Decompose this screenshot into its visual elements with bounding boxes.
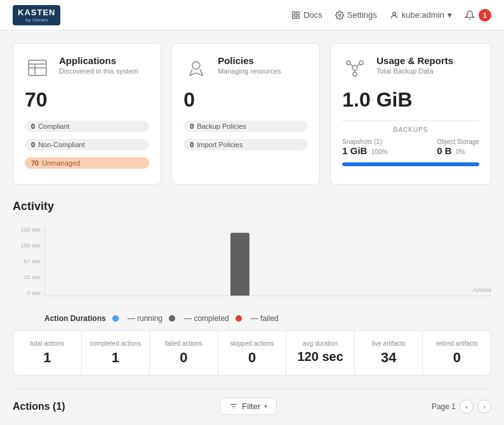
- stat-value-2: 0: [156, 350, 211, 366]
- backup-policies-tag[interactable]: 0 Backup Policies: [183, 121, 308, 132]
- applications-number: 70: [25, 88, 149, 112]
- stat-item-4: avg duration120 sec: [286, 331, 355, 375]
- policies-tags: 0 Backup Policies 0 Import Policies: [183, 121, 308, 154]
- chart-x-label: Actions: [472, 287, 491, 293]
- bell-icon: [465, 10, 475, 20]
- unmanaged-tag[interactable]: 70 Unmanaged: [25, 157, 149, 169]
- snapshots-pct: 100%: [371, 148, 388, 155]
- import-policies-tag[interactable]: 0 Import Policies: [183, 139, 308, 150]
- svg-rect-1: [296, 11, 299, 14]
- policies-card-header: Policies Managing resources: [183, 55, 308, 81]
- chart-bar-9: [230, 233, 249, 296]
- compliant-count: 0: [31, 122, 35, 130]
- stat-item-1: completed actions1: [82, 331, 150, 375]
- svg-line-16: [357, 64, 359, 67]
- logo-name: KASTEN: [18, 8, 55, 17]
- y-label-1: 0 sec: [13, 290, 41, 296]
- stats-row: total actions1completed actions1failed a…: [13, 330, 491, 376]
- activity-title: Activity: [13, 200, 491, 213]
- settings-link[interactable]: Settings: [335, 10, 377, 20]
- y-label-2: 33 sec: [13, 274, 41, 280]
- non-compliant-tag[interactable]: 0 Non-Compliant: [25, 139, 149, 150]
- actions-footer: Actions (1) Filter ▾ Page 1 ‹ ›: [13, 388, 491, 415]
- stat-label-0: total actions: [20, 340, 75, 347]
- user-label: kube:admin: [402, 10, 444, 20]
- docs-icon: [291, 11, 300, 20]
- import-policies-label: Import Policies: [197, 141, 242, 148]
- failed-dot: [235, 315, 242, 322]
- y-label-4: 100 sec: [13, 242, 41, 249]
- applications-card: Applications Discovered in this system 7…: [13, 43, 161, 185]
- svg-point-12: [347, 61, 350, 65]
- running-dot: [112, 315, 119, 322]
- y-label-3: 67 sec: [13, 258, 41, 265]
- usage-subtitle: Total Backup Data: [376, 67, 453, 75]
- usage-icon: [342, 55, 368, 81]
- stat-value-5: 34: [361, 350, 416, 366]
- chevron-down-icon: ▾: [448, 10, 452, 20]
- filter-icon: [229, 402, 238, 411]
- non-compliant-label: Non-Compliant: [38, 141, 84, 148]
- object-value: 0 B: [437, 145, 451, 156]
- stat-item-0: total actions1: [13, 331, 82, 375]
- svg-point-13: [359, 61, 363, 65]
- svg-rect-2: [293, 16, 295, 18]
- usage-title: Usage & Reports: [376, 55, 453, 66]
- storage-progress-bar: [342, 162, 479, 166]
- non-compliant-count: 0: [31, 141, 35, 148]
- applications-subtitle: Discovered in this system: [59, 67, 138, 75]
- divider: [342, 121, 479, 121]
- stat-value-6: 0: [429, 350, 484, 366]
- filter-button[interactable]: Filter ▾: [220, 398, 277, 415]
- page-label: Page 1: [432, 402, 456, 411]
- object-storage-item: Object Storage 0 B 0%: [437, 138, 479, 156]
- settings-icon: [335, 11, 344, 20]
- applications-tags: 0 Compliant 0 Non-Compliant 70 Unmanaged: [25, 121, 149, 173]
- applications-card-header: Applications Discovered in this system: [25, 55, 149, 81]
- object-label: Object Storage: [437, 138, 479, 145]
- stat-label-2: failed actions: [156, 340, 211, 347]
- user-icon: [390, 11, 399, 20]
- stat-value-0: 1: [20, 350, 75, 366]
- compliant-tag[interactable]: 0 Compliant: [25, 121, 149, 132]
- docs-label: Docs: [303, 10, 322, 20]
- snapshots-item: Snapshots (1) 1 GiB 100%: [342, 138, 387, 156]
- next-page-button[interactable]: ›: [477, 400, 491, 414]
- unmanaged-count: 70: [31, 159, 39, 167]
- user-menu[interactable]: kube:admin ▾: [390, 10, 452, 20]
- snapshots-label: Snapshots (1): [342, 138, 387, 145]
- storage-progress-fill: [342, 162, 479, 166]
- compliant-label: Compliant: [38, 122, 70, 130]
- settings-label: Settings: [347, 10, 377, 20]
- filter-label: Filter: [242, 402, 260, 411]
- logo[interactable]: KASTEN by Veeam: [13, 5, 60, 25]
- stat-item-3: skipped actions0: [218, 331, 287, 375]
- backup-policies-label: Backup Policies: [197, 122, 246, 130]
- header-nav: Docs Settings kube:admin ▾ 1: [291, 9, 491, 22]
- activity-section: Activity 133 sec 100 sec 67 sec 33 sec 0…: [13, 200, 491, 376]
- stat-item-2: failed actions0: [150, 331, 218, 375]
- notification-area[interactable]: 1: [465, 9, 491, 22]
- prev-page-button[interactable]: ‹: [460, 400, 474, 414]
- usage-card: Usage & Reports Total Backup Data 1.0 Gi…: [330, 43, 491, 185]
- svg-line-15: [350, 64, 353, 67]
- snapshots-value: 1 GiB: [342, 145, 367, 156]
- y-label-5: 133 sec: [13, 226, 41, 233]
- applications-title: Applications: [59, 55, 138, 66]
- svg-rect-3: [296, 16, 299, 18]
- svg-rect-0: [293, 11, 295, 14]
- backups-label: BACKUPS: [342, 126, 479, 133]
- unmanaged-label: Unmanaged: [42, 159, 80, 167]
- cards-row: Applications Discovered in this system 7…: [13, 43, 491, 185]
- running-legend-label: — running: [128, 314, 162, 323]
- docs-link[interactable]: Docs: [291, 10, 322, 20]
- stat-value-1: 1: [88, 350, 143, 366]
- pagination: Page 1 ‹ ›: [432, 400, 491, 414]
- policies-subtitle: Managing resources: [218, 67, 281, 75]
- completed-dot: [169, 315, 175, 322]
- usage-number: 1.0 GiB: [342, 88, 479, 112]
- object-value-row: 0 B 0%: [437, 145, 479, 156]
- stat-label-1: completed actions: [88, 340, 143, 347]
- stat-label-6: retired artifacts: [429, 340, 484, 347]
- chart-y-labels: 133 sec 100 sec 67 sec 33 sec 0 sec: [13, 226, 41, 296]
